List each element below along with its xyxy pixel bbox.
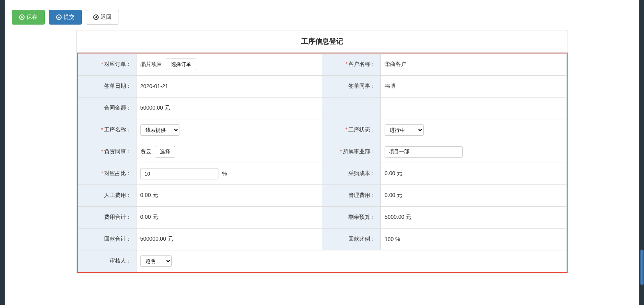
value-manage-cost: 0.00 元 (381, 184, 567, 206)
label-order: *对应订单： (78, 53, 136, 75)
page-wrapper: 保存 提交 返回 工序信息登记 *对应订单： 晶片项目 (5, 0, 639, 305)
required-icon: * (101, 126, 103, 133)
save-button[interactable]: 保存 (12, 10, 45, 25)
play-icon (19, 14, 25, 20)
department-input[interactable] (385, 146, 463, 158)
value-customer: 华商客户 (381, 53, 567, 75)
back-icon (93, 14, 99, 20)
form-panel: 工序信息登记 *对应订单： 晶片项目 选择订单 *客户名称： 华商客户 (76, 30, 568, 273)
value-receipt-total: 500000.00 元 (136, 228, 322, 250)
form-row-labor: 人工费用： 0.00 元 管理费用： 0.00 元 (78, 184, 566, 206)
form-row-contract: 合同金额： 50000.00 元 (78, 97, 566, 119)
submit-button[interactable]: 提交 (49, 10, 82, 25)
label-contract-amount: 合同金额： (78, 97, 136, 119)
value-process-status: 进行中 (381, 119, 567, 141)
form-row-auditor: 审核人： 赵明 (78, 250, 566, 272)
submit-icon (56, 14, 62, 20)
ratio-suffix: % (222, 170, 227, 177)
label-department: *所属事业部： (322, 141, 381, 163)
value-cost-total: 0.00 元 (136, 206, 322, 228)
value-receipt-ratio: 100 % (381, 228, 567, 250)
value-order: 晶片项目 选择订单 (136, 53, 322, 75)
value-auditor: 赵明 (136, 250, 566, 272)
form-table: *对应订单： 晶片项目 选择订单 *客户名称： 华商客户 签单日期： 2020-… (78, 53, 567, 272)
label-auditor: 审核人： (78, 250, 136, 272)
auditor-select[interactable]: 赵明 (140, 255, 172, 267)
form-row-responsible: *负责同事： 贾云 选择 *所属事业部： (78, 141, 566, 163)
label-empty1 (322, 97, 381, 119)
value-sign-colleague: 韦博 (381, 75, 567, 97)
label-customer: *客户名称： (322, 53, 381, 75)
value-remaining-budget: 5000.00 元 (381, 206, 567, 228)
content-center: 工序信息登记 *对应订单： 晶片项目 选择订单 *客户名称： 华商客户 (5, 30, 639, 281)
value-contract-amount: 50000.00 元 (136, 97, 322, 119)
label-responsible: *负责同事： (78, 141, 136, 163)
label-ratio: *对应占比： (78, 163, 136, 184)
select-order-button[interactable]: 选择订单 (166, 59, 196, 70)
back-button-label: 返回 (101, 13, 112, 21)
label-labor-cost: 人工费用： (78, 184, 136, 206)
required-icon: * (101, 170, 103, 176)
value-responsible: 贾云 选择 (136, 141, 322, 163)
label-cost-total: 费用合计： (78, 206, 136, 228)
label-process-status: *工序状态： (322, 119, 381, 141)
scrollbar-thumb[interactable] (640, 250, 644, 285)
form-table-wrapper: *对应订单： 晶片项目 选择订单 *客户名称： 华商客户 签单日期： 2020-… (77, 53, 568, 273)
required-icon: * (346, 126, 348, 133)
panel-title: 工序信息登记 (77, 30, 568, 53)
required-icon: * (101, 148, 103, 154)
label-process-name: *工序名称： (78, 119, 136, 141)
value-purchase-cost: 0.00 元 (381, 163, 567, 184)
label-sign-date: 签单日期： (78, 75, 136, 97)
save-button-label: 保存 (27, 13, 37, 21)
label-manage-cost: 管理费用： (322, 184, 381, 206)
label-sign-colleague: 签单同事： (322, 75, 381, 97)
value-department (381, 141, 567, 163)
value-sign-date: 2020-01-21 (136, 75, 322, 97)
form-row-order: *对应订单： 晶片项目 选择订单 *客户名称： 华商客户 (78, 53, 566, 75)
form-row-ratio: *对应占比： % 采购成本： 0.00 元 (78, 163, 566, 184)
required-icon: * (346, 61, 348, 67)
process-name-select[interactable]: 线索提供 (140, 124, 179, 136)
label-remaining-budget: 剩余预算： (322, 206, 381, 228)
form-row-cost-total: 费用合计： 0.00 元 剩余预算： 5000.00 元 (78, 206, 566, 228)
submit-button-label: 提交 (64, 13, 75, 21)
back-button[interactable]: 返回 (86, 10, 119, 25)
select-responsible-button[interactable]: 选择 (155, 146, 175, 158)
responsible-name-text: 贾云 (140, 148, 151, 155)
value-ratio: % (136, 163, 322, 184)
required-icon: * (101, 61, 103, 67)
required-icon: * (340, 148, 342, 154)
ratio-input[interactable] (140, 168, 218, 179)
value-process-name: 线索提供 (136, 119, 322, 141)
form-row-process: *工序名称： 线索提供 *工序状态： 进行中 (78, 119, 566, 141)
value-labor-cost: 0.00 元 (136, 184, 322, 206)
form-row-signdate: 签单日期： 2020-01-21 签单同事： 韦博 (78, 75, 566, 97)
toolbar: 保存 提交 返回 (5, 0, 639, 30)
process-status-select[interactable]: 进行中 (385, 124, 424, 136)
label-receipt-ratio: 回款比例： (322, 228, 381, 250)
value-empty1 (381, 97, 567, 119)
label-purchase-cost: 采购成本： (322, 163, 381, 184)
order-project-text: 晶片项目 (140, 61, 162, 68)
label-receipt-total: 回款合计： (78, 228, 136, 250)
form-row-receipt: 回款合计： 500000.00 元 回款比例： 100 % (78, 228, 566, 250)
